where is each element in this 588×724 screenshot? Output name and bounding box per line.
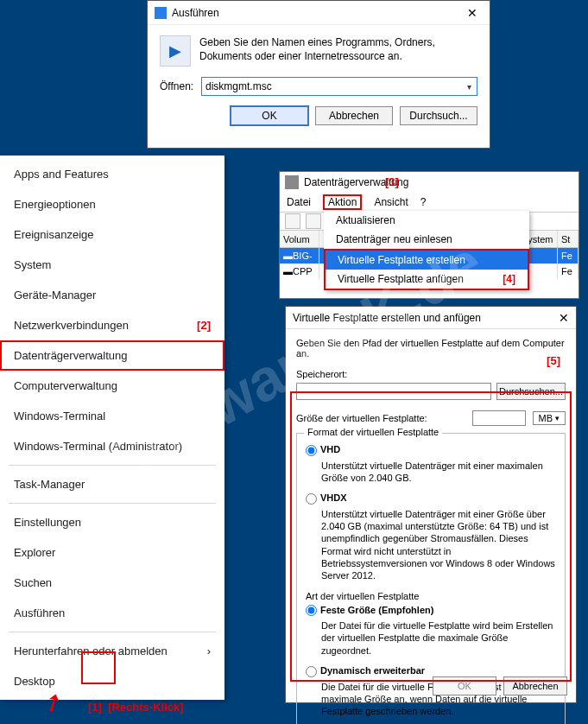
radio-dynamic[interactable] <box>306 666 317 677</box>
annotation-3: [3] <box>385 175 399 188</box>
winx-item-settings[interactable]: Einstellungen <box>0 507 224 537</box>
size-unit-select[interactable]: MB▾ <box>533 411 566 425</box>
menu-help[interactable]: ? <box>420 196 427 208</box>
menu-action[interactable]: Aktion <box>323 194 362 210</box>
diskmgmt-icon <box>285 175 299 189</box>
action-create-vhd[interactable]: Virtuelle Festplatte erstellen <box>326 251 528 270</box>
fixed-desc-text: Der Datei für die virtuelle Festplatte w… <box>321 619 556 657</box>
create-vhd-dialog: Virtuelle Festplatte erstellen und anfüg… <box>285 306 577 703</box>
browse-button[interactable]: Durchsuch... <box>400 106 477 125</box>
size-input[interactable] <box>472 410 526 426</box>
winx-item-system[interactable]: System <box>0 250 224 280</box>
winx-menu: Apps and Features Energieoptionen Ereign… <box>0 156 224 700</box>
winx-item-search[interactable]: Suchen <box>0 568 224 598</box>
winx-item-apps[interactable]: Apps and Features <box>0 159 224 189</box>
run-dialog: Ausführen ✕ ▶ Geben Sie den Namen eines … <box>147 0 490 149</box>
browse-button[interactable]: Durchsuchen... <box>496 383 566 400</box>
run-titlebar: Ausführen ✕ <box>148 1 490 25</box>
location-input[interactable] <box>296 383 491 400</box>
dynamic-label: Dynamisch erweiterbar <box>320 665 425 676</box>
col-status[interactable]: St <box>558 231 579 247</box>
vhd-desc-text: Unterstützt virtuelle Datenträger mit ei… <box>321 460 556 485</box>
chevron-down-icon[interactable]: ▾ <box>461 82 477 92</box>
run-message: Geben Sie den Namen eines Programms, Ord… <box>199 35 477 67</box>
winx-item-eventvwr[interactable]: Ereignisanzeige <box>0 219 224 250</box>
radio-vhd[interactable] <box>306 445 317 456</box>
annotation-1: [1] [Rechts-Klick] <box>88 701 184 714</box>
winx-item-run[interactable]: Ausführen <box>0 598 224 628</box>
menu-view[interactable]: Ansicht <box>374 196 408 208</box>
type-heading: Art der virtuellen Festplatte <box>306 591 556 601</box>
menu-file[interactable]: Datei <box>287 196 311 208</box>
winx-item-diskmgmt[interactable]: Datenträgerverwaltung <box>0 340 224 371</box>
winx-item-explorer[interactable]: Explorer <box>0 537 224 568</box>
cancel-button[interactable]: Abbrechen <box>315 106 393 125</box>
chevron-down-icon: ▾ <box>555 414 560 422</box>
run-input-wrap[interactable]: ▾ <box>201 77 477 96</box>
annotation-5: [5] <box>547 354 560 367</box>
run-input[interactable] <box>202 80 461 92</box>
winx-item-network[interactable]: Netzwerkverbindungen [2] <box>0 310 224 340</box>
action-menu: Aktualisieren Datenträger neu einlesen V… <box>324 211 529 290</box>
ok-button[interactable]: OK <box>433 676 496 695</box>
winx-item-terminal-admin[interactable]: Windows-Terminal (Administrator) <box>0 431 224 461</box>
vhdx-label: VHDX <box>320 492 347 503</box>
size-label: Größe der virtuellen Festplatte: <box>296 413 465 423</box>
toolbar-fwd-icon[interactable] <box>306 213 321 229</box>
vhdx-desc-text: Unterstützt virtuelle Datenträger mit ei… <box>321 508 556 582</box>
action-rescan[interactable]: Datenträger neu einlesen <box>324 230 529 249</box>
ok-button[interactable]: OK <box>231 106 308 125</box>
annotation-2: [2] <box>197 319 211 332</box>
winx-item-terminal[interactable]: Windows-Terminal <box>0 401 224 431</box>
format-legend: Format der virtuellen Festplatte <box>304 427 442 437</box>
vhd-desc: Geben Sie den Pfad der virtuellen Festpl… <box>296 338 566 359</box>
close-icon[interactable]: ✕ <box>559 311 569 325</box>
diskmgmt-menubar: [3] Datei Aktion Ansicht ? <box>280 193 579 212</box>
winx-item-taskmgr[interactable]: Task-Manager <box>0 469 224 499</box>
winx-item-devicemgr[interactable]: Geräte-Manager <box>0 280 224 310</box>
fixed-label: Feste Größe (Empfohlen) <box>320 605 433 615</box>
winx-item-compmgmt[interactable]: Computerverwaltung <box>0 371 224 401</box>
radio-fixed[interactable] <box>306 605 317 616</box>
vhd-titlebar: Virtuelle Festplatte erstellen und anfüg… <box>286 307 576 329</box>
run-icon-small <box>155 7 167 19</box>
menu-separator <box>9 465 216 466</box>
menu-separator <box>9 632 216 632</box>
cancel-button[interactable]: Abbrechen <box>503 676 567 695</box>
diskmgmt-titlebar: Datenträgerverwaltung <box>280 172 579 193</box>
col-volume[interactable]: Volum <box>280 231 319 247</box>
radio-vhdx[interactable] <box>306 493 317 505</box>
close-icon[interactable]: ✕ <box>455 1 490 25</box>
annotation-4: [4] <box>503 273 515 285</box>
menu-separator <box>9 503 216 504</box>
open-label: Öffnen: <box>160 80 201 92</box>
vhd-label: VHD <box>320 444 340 454</box>
start-highlight <box>81 651 116 684</box>
run-icon: ▶ <box>160 35 191 67</box>
action-refresh[interactable]: Aktualisieren <box>324 211 529 230</box>
action-attach-vhd[interactable]: Virtuelle Festplatte anfügen [4] <box>326 270 528 289</box>
toolbar-back-icon[interactable] <box>285 213 300 229</box>
run-title: Ausführen <box>172 7 219 19</box>
location-label: Speicherort: <box>296 369 566 379</box>
winx-item-power[interactable]: Energieoptionen <box>0 189 224 219</box>
